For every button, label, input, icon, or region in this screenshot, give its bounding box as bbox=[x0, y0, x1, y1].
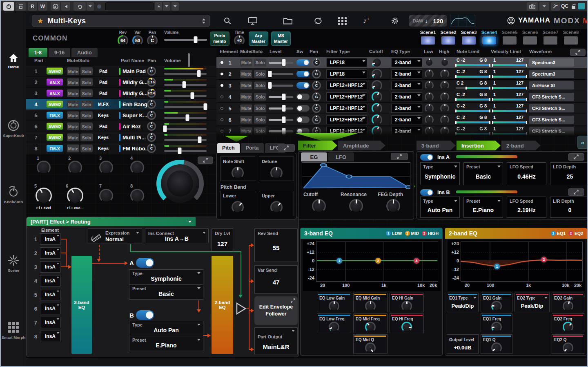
routing-b-toggle[interactable] bbox=[136, 310, 154, 320]
part-tab[interactable]: 1-8 bbox=[29, 48, 47, 57]
eq-low-knob[interactable] bbox=[425, 81, 434, 90]
motion-curve-display[interactable] bbox=[450, 15, 475, 27]
element-ins-select[interactable]: InsA bbox=[40, 275, 60, 286]
var-send-knob[interactable]: 50 bbox=[132, 35, 143, 46]
eq-low-knob[interactable] bbox=[425, 115, 434, 124]
pitch-knob[interactable] bbox=[270, 167, 283, 179]
filter-subtab[interactable]: LFO bbox=[328, 152, 354, 161]
eq-control-cell[interactable]: EQ2 Q bbox=[552, 334, 584, 354]
eq-knob[interactable] bbox=[329, 322, 339, 332]
element-solo-button[interactable]: Solo bbox=[254, 70, 266, 78]
part-name[interactable]: Mildly G... bbox=[122, 90, 147, 96]
eq-control-cell[interactable]: EQ Low Freq bbox=[317, 313, 351, 333]
waveform-name[interactable]: CF3 Stretch S... bbox=[529, 116, 574, 124]
qc-label[interactable]: QC bbox=[561, 3, 568, 9]
filter-knob-cell[interactable]: FEG Depth bbox=[376, 192, 410, 217]
scene-pad[interactable] bbox=[421, 36, 435, 45]
part-name[interactable]: Air Rez bbox=[122, 123, 141, 130]
volume-slider[interactable] bbox=[164, 71, 207, 76]
eg-node[interactable] bbox=[406, 186, 410, 189]
ms-master-button[interactable]: MSMaster bbox=[271, 31, 291, 46]
note-limit-range[interactable]: C 2G 8 bbox=[456, 81, 490, 90]
part-row[interactable]: 6 AWM2 Mute Solo Pad Air Rez C bbox=[26, 121, 216, 132]
var-send-knob-group[interactable]: Var 50 bbox=[131, 30, 145, 46]
eq-knob[interactable] bbox=[401, 301, 412, 311]
note-limit-range[interactable]: C -2G 8 bbox=[456, 103, 490, 113]
part-output-box[interactable]: Part Output MainL&R bbox=[254, 327, 298, 354]
lock-icon[interactable] bbox=[571, 3, 577, 9]
part-pan-knob[interactable]: C bbox=[147, 111, 156, 120]
waveform-name[interactable]: CF3 Stretch S... bbox=[529, 127, 574, 135]
type-row[interactable]: TypeAuto Pan bbox=[129, 321, 203, 336]
eq-knob[interactable] bbox=[365, 322, 376, 332]
eq-band-point[interactable]: 3 bbox=[414, 258, 419, 264]
element-ins-select[interactable]: InsA bbox=[40, 233, 60, 245]
eq-knob[interactable] bbox=[491, 342, 502, 353]
eq-high-knob[interactable] bbox=[440, 69, 449, 78]
routing-2band-eq-block[interactable]: 2-band EQ bbox=[212, 256, 233, 354]
solo-button[interactable]: Solo bbox=[80, 101, 93, 108]
element-ins-select[interactable]: InsA bbox=[40, 303, 60, 314]
element-switch-toggle[interactable] bbox=[296, 116, 310, 123]
routing-a-toggle[interactable] bbox=[136, 258, 154, 268]
assign-knob-7[interactable] bbox=[99, 189, 113, 203]
filter-type-select[interactable]: LPF18 bbox=[326, 58, 367, 67]
element-row[interactable]: 5 Mute Solo C LPF12+HPF12 2-band C -2G 8 bbox=[216, 103, 588, 114]
element-row[interactable]: 4 Mute Solo C LPF12+HPF12 2-band C -2G 8 bbox=[216, 91, 588, 103]
cutoff-knob[interactable] bbox=[372, 57, 382, 68]
part-tab[interactable]: 9-16 bbox=[49, 48, 70, 57]
eq-type-select[interactable]: 2-band bbox=[391, 58, 422, 67]
waveform-name[interactable]: CF3 Stretch S... bbox=[529, 93, 574, 101]
ins-field[interactable]: LFO Speed 2.19Hz bbox=[507, 197, 546, 218]
pitch-bend-knob[interactable] bbox=[232, 201, 244, 213]
filter-type-select[interactable]: LPF12+HPF12 bbox=[326, 115, 367, 124]
ins-field[interactable]: LFO Speed 0.46Hz bbox=[507, 162, 546, 185]
eq-type-select[interactable]: 2-band bbox=[391, 127, 422, 136]
display-monitor-icon[interactable] bbox=[247, 16, 259, 26]
superknob-expand-icon[interactable] bbox=[198, 157, 213, 164]
sidebar-item-smartmorph[interactable]: Smart Morph bbox=[1, 321, 26, 340]
eq-type-select[interactable]: 2-band bbox=[391, 81, 422, 90]
preset-rotate-icon[interactable] bbox=[74, 2, 86, 11]
porta-time-group[interactable]: Time +0 bbox=[232, 30, 246, 46]
element-ins-select[interactable]: InsA bbox=[40, 331, 60, 342]
ab-compare-icon[interactable]: a bbox=[51, 2, 60, 11]
pitch-knob[interactable] bbox=[232, 167, 244, 179]
element-pan-knob[interactable]: C bbox=[312, 104, 321, 113]
element-ins-select[interactable]: InsA bbox=[40, 247, 60, 259]
element-solo-button[interactable]: Solo bbox=[254, 93, 266, 101]
eq-low-knob[interactable] bbox=[425, 104, 434, 113]
velocity-limit-range[interactable]: 1127 bbox=[492, 115, 527, 125]
preset-next-button[interactable] bbox=[163, 2, 170, 11]
element-row[interactable]: 1 Mute Solo C LPF18 2-band C -2G 8 bbox=[216, 57, 588, 68]
eq-control-cell[interactable]: EQ2 Freq bbox=[552, 313, 584, 333]
assign-knob-5[interactable] bbox=[36, 188, 52, 204]
velocity-limit-range[interactable]: 1127 bbox=[492, 103, 527, 113]
element-solo-button[interactable]: Solo bbox=[254, 116, 266, 123]
preset-row[interactable]: PresetE.Piano bbox=[129, 336, 203, 351]
ins-b-toggle[interactable] bbox=[420, 189, 433, 196]
eq-knob[interactable] bbox=[563, 322, 573, 332]
element-row[interactable]: 3 Mute Solo C LPF12+HPF12 2-band C 2G 8 bbox=[216, 80, 588, 91]
rev-send-knob[interactable]: 64 bbox=[118, 35, 128, 46]
cutoff-knob[interactable] bbox=[372, 126, 382, 136]
ins-field[interactable]: L/R Depth 0 bbox=[550, 197, 588, 218]
eq-low-knob[interactable] bbox=[425, 69, 434, 78]
performance-name-box[interactable]: ★ Multi-Keys bbox=[32, 15, 210, 27]
filter-knob[interactable] bbox=[312, 199, 326, 213]
eq-knob[interactable] bbox=[491, 301, 502, 311]
eq-control-cell[interactable]: EQ Mid Gain bbox=[353, 293, 388, 312]
part-row[interactable]: 3 AN-X Mute Solo Pad Mildly G... R14 bbox=[26, 88, 216, 99]
pitch-knob-cell[interactable]: Detune bbox=[259, 157, 294, 181]
assign-knob-3[interactable] bbox=[99, 161, 113, 175]
part-volume[interactable] bbox=[163, 121, 207, 132]
search-icon[interactable] bbox=[221, 16, 234, 26]
eq-control-cell[interactable]: EQ Hi Gain bbox=[390, 293, 424, 312]
element-pan-knob[interactable]: C bbox=[312, 92, 321, 101]
pitch-bend-cell[interactable]: Lower bbox=[220, 191, 255, 216]
eq-high-knob[interactable] bbox=[440, 115, 449, 124]
amplitude-tab[interactable]: Amplitude bbox=[338, 141, 385, 150]
assign-knob-4[interactable] bbox=[130, 161, 144, 175]
part-pan-knob[interactable]: C bbox=[147, 100, 156, 109]
element-mute-button[interactable]: Mute bbox=[240, 81, 252, 89]
